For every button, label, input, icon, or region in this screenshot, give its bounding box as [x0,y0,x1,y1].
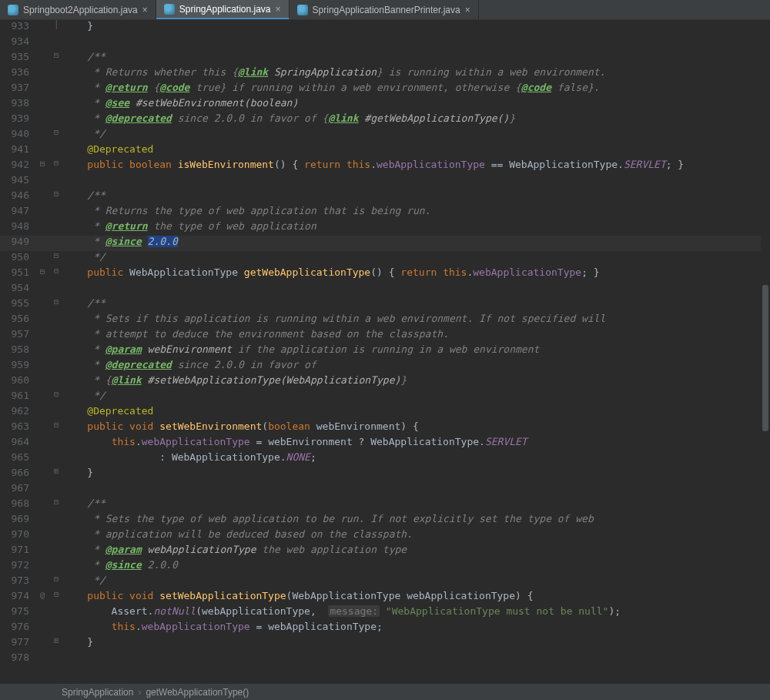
tab-springapplicationbannerprinter[interactable]: SpringApplicationBannerPrinter.java × [290,0,479,19]
code-line[interactable]: 974@⊟ public void setWebApplicationType(… [0,590,770,605]
code-line[interactable]: 975 Assert.notNull(webApplicationType, m… [0,605,770,621]
code-line[interactable]: 945 [0,174,770,189]
line-number[interactable]: 938 [0,97,34,109]
line-number[interactable]: 966 [0,467,34,478]
code-text[interactable]: : WebApplicationType.NONE; [62,451,770,463]
code-line[interactable]: 960 * {@link #setWebApplicationType(WebA… [0,374,770,390]
line-number[interactable]: 951 [0,266,34,278]
line-number[interactable]: 950 [0,251,34,263]
close-icon[interactable]: × [276,4,281,15]
vertical-scrollbar[interactable] [761,20,770,683]
code-line[interactable]: 951⊟⊟ public WebApplicationType getWebAp… [0,266,770,282]
fold-toggle-icon[interactable]: ⊟ [51,128,62,136]
tab-springboot2application[interactable]: Springboot2Application.java × [0,0,156,19]
code-text[interactable]: * Returns whether this {@link SpringAppl… [62,66,770,78]
code-text[interactable]: * Sets the type of web application to be… [62,513,770,524]
code-line[interactable]: 939 * @deprecated since 2.0.0 in favor o… [0,112,770,128]
code-editor[interactable]: 933│ }934935⊟ /**936 * Returns whether t… [0,20,770,683]
line-number[interactable]: 970 [0,528,34,540]
fold-toggle-icon[interactable]: ⊞ [51,636,62,645]
code-line[interactable]: 966⊞ } [0,467,770,482]
code-text[interactable]: * @deprecated since 2.0.0 in favor of {@… [62,112,770,124]
code-text[interactable]: } [62,20,770,32]
code-text[interactable]: public boolean isWebEnvironment() { retu… [62,159,770,170]
line-number[interactable]: 972 [0,559,34,571]
line-number[interactable]: 954 [0,282,34,293]
fold-toggle-icon[interactable]: ⊟ [51,251,62,260]
code-text[interactable]: * @param webApplicationType the web appl… [62,544,770,555]
fold-toggle-icon[interactable]: ⊞ [51,467,62,475]
line-number[interactable]: 971 [0,544,34,555]
code-text[interactable]: * @see #setWebEnvironment(boolean) [62,97,770,109]
code-line[interactable]: 964 this.webApplicationType = webEnviron… [0,436,770,451]
code-line[interactable]: 957 * attempt to deduce the environment … [0,328,770,343]
breadcrumb-method[interactable]: getWebApplicationType() [146,687,249,698]
code-text[interactable]: * attempt to deduce the environment base… [62,328,770,340]
code-text[interactable]: } [62,636,770,648]
code-text[interactable]: * @param webEnvironment if the applicati… [62,343,770,355]
scrollbar-thumb[interactable] [762,285,768,430]
code-text[interactable]: */ [62,574,770,586]
line-number[interactable]: 978 [0,651,34,663]
line-number[interactable]: 955 [0,297,34,309]
code-text[interactable]: * @return the type of web application [62,220,770,232]
line-number[interactable]: 963 [0,420,34,432]
line-number[interactable]: 977 [0,636,34,648]
code-text[interactable]: public WebApplicationType getWebApplicat… [62,266,770,278]
code-line[interactable]: 963⊟ public void setWebEnvironment(boole… [0,420,770,436]
line-number[interactable]: 974 [0,590,34,601]
line-number[interactable]: 957 [0,328,34,340]
code-line[interactable]: 958 * @param webEnvironment if the appli… [0,343,770,359]
code-line[interactable]: 956 * Sets if this application is runnin… [0,313,770,328]
code-line[interactable]: 934 [0,35,770,51]
fold-toggle-icon[interactable]: ⊟ [51,159,62,167]
code-line[interactable]: 968⊟ /** [0,497,770,513]
code-text[interactable]: * application will be deduced based on t… [62,528,770,540]
code-text[interactable]: * @deprecated since 2.0.0 in favor of [62,359,770,370]
fold-toggle-icon[interactable]: ⊟ [51,390,62,398]
gutter-mark-icon[interactable]: @ [34,590,51,600]
code-line[interactable]: 961⊟ */ [0,390,770,405]
code-text[interactable]: */ [62,251,770,263]
fold-toggle-icon[interactable]: ⊟ [51,51,62,59]
code-text[interactable]: this.webApplicationType = webApplication… [62,621,770,632]
code-text[interactable]: /** [62,297,770,309]
code-text[interactable]: * Sets if this application is running wi… [62,313,770,324]
line-number[interactable]: 959 [0,359,34,370]
code-line[interactable]: 950⊟ */ [0,251,770,266]
code-text[interactable]: * @since 2.0.0 [62,559,770,571]
fold-toggle-icon[interactable]: ⊟ [51,297,62,306]
code-text[interactable]: /** [62,497,770,509]
line-number[interactable]: 961 [0,390,34,401]
code-line[interactable]: 978 [0,651,770,667]
code-text[interactable]: @Deprecated [62,405,770,417]
line-number[interactable]: 933 [0,20,34,32]
code-line[interactable]: 955⊟ /** [0,297,770,313]
code-text[interactable]: this.webApplicationType = webEnvironment… [62,436,770,447]
code-line[interactable]: 948 * @return the type of web applicatio… [0,220,770,236]
line-number[interactable]: 949 [0,236,34,247]
breadcrumb[interactable]: SpringApplication › getWebApplicationTyp… [0,683,770,700]
code-text[interactable]: public void setWebApplicationType(WebApp… [62,590,770,601]
code-text[interactable]: * {@link #setWebApplicationType(WebAppli… [62,374,770,386]
line-number[interactable]: 941 [0,143,34,155]
fold-toggle-icon[interactable]: ⊟ [51,420,62,429]
line-number[interactable]: 975 [0,605,34,617]
line-number[interactable]: 956 [0,313,34,324]
fold-toggle-icon[interactable]: ⊟ [51,189,62,198]
line-number[interactable]: 934 [0,35,34,47]
code-line[interactable]: 971 * @param webApplicationType the web … [0,544,770,559]
code-line[interactable]: 970 * application will be deduced based … [0,528,770,544]
line-number[interactable]: 962 [0,405,34,417]
code-line[interactable]: 959 * @deprecated since 2.0.0 in favor o… [0,359,770,374]
line-number[interactable]: 937 [0,82,34,93]
line-number[interactable]: 969 [0,513,34,524]
code-text[interactable]: */ [62,128,770,139]
close-icon[interactable]: × [142,5,148,15]
line-number[interactable]: 976 [0,621,34,632]
code-line[interactable]: 977⊞ } [0,636,770,651]
line-number[interactable]: 940 [0,128,34,139]
line-number[interactable]: 964 [0,436,34,447]
code-line[interactable]: 947 * Returns the type of web applicatio… [0,205,770,220]
line-number[interactable]: 948 [0,220,34,232]
